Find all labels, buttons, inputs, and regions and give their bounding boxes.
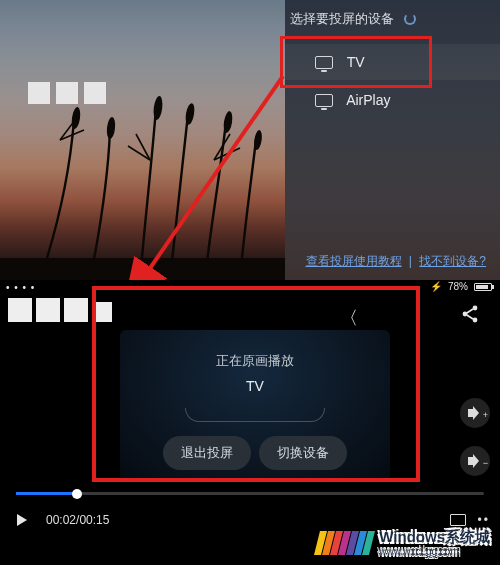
site-watermark: Windows系统城 www.wxcLgg.com: [317, 528, 490, 557]
casting-card: 正在原画播放 TV 退出投屏 切换设备: [120, 330, 390, 482]
side-controls: + −: [460, 398, 490, 476]
progress-thumb[interactable]: [72, 489, 82, 499]
svg-line-12: [467, 315, 473, 319]
speaker-plus-icon: +: [468, 406, 482, 420]
back-arrow-icon[interactable]: 〈: [340, 306, 358, 330]
fullscreen-icon[interactable]: [450, 514, 466, 526]
loading-spinner-icon: [404, 13, 416, 25]
sunset-photo: [0, 0, 285, 280]
svg-rect-6: [0, 258, 285, 280]
device-picker-title-row: 选择要投屏的设备: [290, 10, 500, 28]
battery-icon: [474, 283, 492, 291]
tv-icon: [315, 56, 333, 69]
device-item-tv[interactable]: TV: [285, 44, 500, 80]
svg-line-11: [467, 309, 473, 313]
device-item-airplay[interactable]: AirPlay: [285, 82, 500, 118]
link-tutorial[interactable]: 查看投屏使用教程: [306, 254, 402, 268]
airplay-icon: [315, 94, 333, 107]
more-icon[interactable]: ••: [478, 513, 490, 527]
device-glow-arc: [185, 408, 325, 422]
svg-point-3: [184, 102, 196, 125]
watermark-flag-icon: [317, 531, 373, 555]
phone-statusbar: • • • • ⚡ 78%: [0, 280, 500, 296]
volume-down-button[interactable]: −: [460, 446, 490, 476]
share-icon[interactable]: [460, 304, 480, 324]
device-label: AirPlay: [346, 92, 390, 108]
device-picker-links: 查看投屏使用教程 | 找不到设备?: [306, 253, 487, 270]
device-picker-panel: 选择要投屏的设备 TV AirPlay 查看投屏使用教程 | 找不到设备?: [0, 0, 500, 280]
reeds-silhouette: [0, 100, 285, 280]
watermark-url: www.wxcLgg.com: [379, 547, 490, 557]
progress-fill: [16, 492, 77, 495]
watermark-brand: Windows系统城: [379, 528, 490, 545]
casting-status-text: 正在原画播放: [120, 352, 390, 370]
link-cannot-find[interactable]: 找不到设备?: [419, 254, 486, 268]
device-picker-title: 选择要投屏的设备: [290, 11, 394, 26]
signal-dots: • • • •: [6, 282, 35, 293]
svg-point-2: [152, 96, 163, 121]
battery-percent: 78%: [448, 281, 468, 292]
play-icon: [17, 514, 27, 526]
switch-device-button[interactable]: 切换设备: [259, 436, 347, 470]
volume-up-button[interactable]: +: [460, 398, 490, 428]
link-separator: |: [409, 254, 412, 268]
speaker-minus-icon: −: [468, 454, 482, 468]
pixelation-overlay: [8, 298, 112, 322]
charging-icon: ⚡: [430, 281, 442, 292]
device-picker-sidebar: 选择要投屏的设备 TV AirPlay 查看投屏使用教程 | 找不到设备?: [285, 0, 500, 280]
play-button[interactable]: [10, 508, 34, 532]
svg-point-1: [106, 117, 116, 140]
exit-cast-button[interactable]: 退出投屏: [163, 436, 251, 470]
casting-device-name: TV: [120, 378, 390, 394]
playback-time: 00:02/00:15: [46, 513, 109, 527]
device-label: TV: [347, 54, 365, 70]
progress-track[interactable]: [16, 492, 484, 495]
